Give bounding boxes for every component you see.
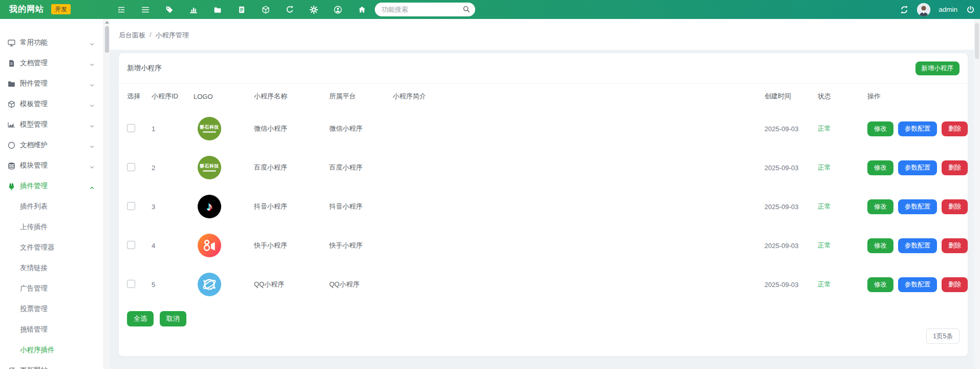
cube-icon[interactable] — [261, 5, 270, 14]
chart-icon — [7, 120, 16, 129]
company-green-logo: 磐石科技 — [198, 156, 221, 179]
cell-name: QQ小程序 — [254, 280, 329, 289]
row-checkbox[interactable] — [127, 202, 135, 210]
param-config-button[interactable]: 参数配置 — [898, 160, 937, 175]
username-label[interactable]: admin — [939, 6, 957, 13]
col-id: 小程序ID — [152, 92, 194, 101]
company-green-logo: 磐石科技 — [198, 117, 221, 140]
sidebar-item-plugins[interactable]: 插件管理 — [0, 176, 103, 196]
delete-button[interactable]: 删除 — [942, 160, 968, 175]
tag-icon[interactable] — [165, 5, 174, 14]
sidebar-subitem-votes[interactable]: 投票管理 — [0, 299, 103, 319]
select-all-button[interactable]: 全选 — [127, 311, 154, 326]
page-scrollbar-thumb[interactable] — [975, 23, 979, 59]
edit-button[interactable]: 修改 — [867, 121, 893, 136]
edit-button[interactable]: 修改 — [867, 238, 893, 253]
sidebar-scrollbar-thumb[interactable] — [105, 26, 109, 53]
delete-button[interactable]: 删除 — [942, 199, 968, 214]
edit-button[interactable]: 修改 — [867, 277, 893, 292]
sidebar-scrollbar[interactable] — [103, 19, 110, 369]
user-avatar[interactable] — [917, 3, 930, 16]
navbar-right-group: admin — [900, 0, 975, 19]
param-config-button[interactable]: 参数配置 — [898, 238, 937, 253]
sidebar-item-modules[interactable]: 模块管理 — [0, 155, 103, 176]
sidebar-item-common[interactable]: 常用功能 — [0, 32, 103, 53]
panel-header: 新增小程序 新增小程序 — [119, 53, 968, 84]
power-icon[interactable] — [966, 5, 975, 14]
cancel-button[interactable]: 取消 — [160, 311, 186, 326]
sidebar-subitem-miniprogram-plugin[interactable]: 小程序插件 — [0, 340, 103, 360]
status-badge: 正常 — [818, 163, 867, 172]
cell-id: 4 — [152, 242, 194, 250]
add-miniprogram-button[interactable]: 新增小程序 — [915, 61, 960, 75]
sidebar-item-update-site[interactable]: 更新网站 — [0, 360, 103, 369]
panel-title: 新增小程序 — [127, 64, 162, 73]
param-config-button[interactable]: 参数配置 — [898, 121, 937, 136]
cell-platform: 百度小程序 — [329, 163, 393, 172]
cell-created: 2025-09-03 — [764, 203, 818, 211]
search-icon[interactable] — [462, 5, 471, 15]
folder-icon[interactable] — [213, 5, 222, 14]
edit-button[interactable]: 修改 — [867, 160, 893, 175]
cell-id: 5 — [152, 281, 194, 289]
top-menu-icons — [117, 0, 367, 19]
sidebar-item-documents[interactable]: 文档管理 — [0, 53, 103, 73]
delete-button[interactable]: 删除 — [942, 121, 968, 136]
chevron-down-icon — [89, 142, 95, 152]
delete-button[interactable]: 删除 — [942, 238, 968, 253]
cell-name: 抖音小程序 — [254, 202, 329, 211]
sidebar-subitem-friend-links[interactable]: 友情链接 — [0, 258, 103, 278]
breadcrumb-dashboard[interactable]: 后台面板 — [119, 31, 145, 40]
sync-icon[interactable] — [900, 5, 909, 14]
cell-created: 2025-09-03 — [764, 164, 818, 172]
col-status: 状态 — [818, 92, 867, 101]
env-badge: 开发 — [51, 4, 71, 14]
row-checkbox[interactable] — [127, 280, 135, 288]
edit-button[interactable]: 修改 — [867, 199, 893, 214]
monitor-icon — [7, 38, 16, 47]
top-navbar: 我的网站 开发 admin — [0, 0, 980, 19]
param-config-button[interactable]: 参数配置 — [898, 277, 937, 292]
refresh-icon[interactable] — [285, 5, 294, 14]
scroll-up-arrow[interactable] — [105, 21, 109, 24]
home-icon[interactable] — [357, 5, 367, 14]
brand-logo[interactable]: 我的网站 — [9, 4, 44, 15]
table-row: 2 磐石科技 百度小程序 百度小程序 2025-09-03 正常 修改 参数配置… — [127, 148, 960, 187]
cell-name: 百度小程序 — [254, 163, 329, 172]
main-content: 后台面板 / 小程序管理 新增小程序 新增小程序 选择 小程序ID LOGO 小… — [110, 19, 974, 369]
chevron-down-icon — [89, 60, 95, 70]
col-actions: 操作 — [867, 92, 960, 101]
sidebar-item-templates[interactable]: 模板管理 — [0, 94, 103, 114]
sidebar-item-models[interactable]: 模型管理 — [0, 114, 103, 135]
bar-chart-icon[interactable] — [189, 5, 198, 14]
chevron-down-icon — [89, 81, 95, 90]
cell-name: 快手小程序 — [254, 241, 329, 250]
form-icon[interactable] — [237, 5, 246, 14]
sidebar-item-attachments[interactable]: 附件管理 — [0, 73, 103, 94]
stream-icon[interactable] — [117, 5, 126, 14]
sidebar-subitem-upload-plugin[interactable]: 上传插件 — [0, 217, 103, 237]
refresh-icon — [7, 366, 16, 369]
sidebar-item-maintenance[interactable]: 文档维护 — [0, 135, 103, 155]
gear-icon[interactable] — [309, 5, 318, 14]
col-logo: LOGO — [194, 93, 254, 100]
miniprogram-table: 选择 小程序ID LOGO 小程序名称 所属平台 小程序简介 创建时间 状态 操… — [119, 84, 968, 304]
sidebar-subitem-file-manager[interactable]: 文件管理器 — [0, 237, 103, 258]
page-scrollbar[interactable] — [974, 19, 980, 369]
sidebar: 常用功能 文档管理 附件管理 模板管理 模型管理 文档维护 — [0, 19, 103, 369]
row-checkbox[interactable] — [127, 124, 135, 132]
row-checkbox[interactable] — [127, 163, 135, 171]
row-checkbox[interactable] — [127, 241, 135, 249]
sidebar-subitem-ads[interactable]: 广告管理 — [0, 278, 103, 299]
param-config-button[interactable]: 参数配置 — [898, 199, 937, 214]
menu-icon[interactable] — [141, 5, 150, 14]
sidebar-subitem-plugin-list[interactable]: 插件列表 — [0, 196, 103, 217]
sidebar-subitem-error-report[interactable]: 挑错管理 — [0, 319, 103, 340]
table-row: 3 ♪♪♪ 抖音小程序 抖音小程序 2025-09-03 正常 修改 参数配置 … — [127, 187, 960, 226]
chevron-down-icon — [89, 122, 95, 131]
user-icon[interactable] — [333, 5, 343, 14]
folder-icon — [7, 79, 16, 88]
delete-button[interactable]: 删除 — [942, 277, 968, 292]
search-input[interactable] — [375, 3, 459, 16]
cell-platform: 快手小程序 — [329, 241, 393, 250]
